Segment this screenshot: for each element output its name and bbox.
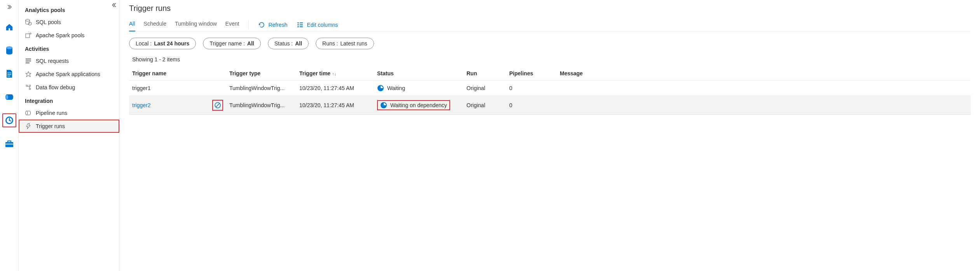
stop-icon[interactable]	[212, 100, 223, 111]
status-text: Waiting on dependency	[390, 102, 447, 108]
sidebar-item-sql-requests[interactable]: SQL requests	[19, 54, 119, 68]
svg-rect-3	[7, 74, 11, 75]
filter-trigger-name[interactable]: Trigger name : All	[203, 38, 260, 49]
cell-run: Original	[463, 81, 506, 96]
spark-apps-icon	[25, 71, 32, 78]
sql-requests-icon	[25, 57, 32, 64]
expand-rail-button[interactable]	[5, 3, 13, 11]
tab-tumbling-window[interactable]: Tumbling window	[175, 18, 217, 31]
col-trigger-time[interactable]: Trigger time↑↓	[296, 66, 374, 81]
refresh-button[interactable]: Refresh	[258, 21, 287, 28]
svg-rect-24	[297, 26, 299, 27]
filter-value: All	[295, 40, 302, 47]
sidebar-item-dataflow-debug[interactable]: Data flow debug	[19, 81, 119, 94]
sidebar-group-analytics: Analytics pools	[19, 3, 119, 16]
svg-point-13	[28, 22, 31, 25]
svg-rect-10	[5, 142, 13, 147]
sidebar-item-label: Pipeline runs	[36, 110, 67, 116]
col-message[interactable]: Message	[557, 66, 971, 81]
trigger-name-link[interactable]: trigger2	[132, 102, 150, 108]
page-title: Trigger runs	[129, 4, 971, 13]
sidebar-group-integration: Integration	[19, 94, 119, 106]
refresh-icon	[258, 21, 265, 28]
sort-icon: ↑↓	[332, 71, 336, 76]
filters-row: Local : Last 24 hours Trigger name : All…	[129, 38, 971, 49]
cell-trigger-time: 10/23/20, 11:27:45 AM	[296, 81, 374, 96]
svg-rect-14	[26, 34, 30, 38]
col-trigger-name[interactable]: Trigger name	[129, 66, 226, 81]
svg-rect-4	[7, 76, 10, 76]
sidebar-item-trigger-runs[interactable]: Trigger runs	[19, 120, 119, 133]
sidebar-item-label: Apache Spark applications	[36, 71, 100, 77]
svg-rect-22	[297, 23, 299, 23]
database-icon[interactable]	[2, 43, 16, 57]
tab-event[interactable]: Event	[225, 18, 239, 31]
edit-columns-icon	[297, 21, 304, 28]
svg-rect-2	[7, 73, 11, 73]
cell-pipelines: 0	[506, 96, 557, 115]
sidebar-item-label: Trigger runs	[36, 123, 65, 129]
svg-rect-26	[300, 24, 303, 25]
spark-pools-icon	[25, 32, 32, 39]
home-icon[interactable]	[2, 20, 16, 34]
sidebar-item-sql-pools[interactable]: SQL pools	[19, 16, 119, 29]
svg-rect-11	[5, 144, 13, 144]
svg-point-12	[26, 19, 30, 21]
sidebar-item-pipeline-runs[interactable]: Pipeline runs	[19, 106, 119, 120]
svg-rect-15	[26, 59, 31, 59]
col-trigger-type[interactable]: Trigger type	[226, 66, 296, 81]
col-run[interactable]: Run	[463, 66, 506, 81]
sidebar-group-activities: Activities	[19, 42, 119, 54]
collapse-sidebar-button[interactable]	[112, 2, 117, 8]
dataflow-debug-icon	[25, 84, 32, 91]
filter-time-range[interactable]: Local : Last 24 hours	[129, 38, 196, 49]
svg-point-19	[29, 88, 31, 90]
tabs-row: All Schedule Tumbling window Event Refre…	[129, 18, 971, 31]
cell-trigger-type: TumblingWindowTrig...	[226, 81, 296, 96]
cell-status: Waiting on dependency	[374, 96, 463, 115]
svg-point-6	[6, 95, 8, 99]
tab-schedule[interactable]: Schedule	[144, 18, 166, 31]
svg-rect-23	[297, 24, 299, 25]
svg-point-18	[26, 85, 28, 87]
filter-prefix: Runs :	[322, 40, 338, 47]
svg-point-20	[29, 85, 31, 87]
monitor-icon[interactable]	[2, 113, 16, 127]
filter-value: Latest runs	[341, 40, 367, 47]
cell-message	[557, 96, 971, 115]
col-status[interactable]: Status	[374, 66, 463, 81]
cell-trigger-type: TumblingWindowTrig...	[226, 96, 296, 115]
toolbox-icon[interactable]	[2, 137, 16, 151]
icon-rail	[0, 0, 19, 271]
status-text: Waiting	[387, 85, 405, 91]
sidebar-item-spark-pools[interactable]: Apache Spark pools	[19, 29, 119, 42]
waiting-icon	[380, 102, 387, 109]
cell-trigger-time: 10/23/20, 11:27:45 AM	[296, 96, 374, 115]
svg-line-30	[216, 104, 220, 107]
document-icon[interactable]	[2, 67, 16, 81]
svg-point-9	[9, 120, 10, 121]
sidebar-item-label: Apache Spark pools	[36, 32, 84, 38]
filter-prefix: Status :	[274, 40, 293, 47]
sidebar-item-label: SQL requests	[36, 58, 69, 64]
refresh-label: Refresh	[268, 22, 287, 28]
tab-all[interactable]: All	[129, 18, 135, 31]
svg-rect-16	[26, 61, 31, 61]
filter-status[interactable]: Status : All	[268, 38, 309, 49]
filter-runs[interactable]: Runs : Latest runs	[316, 38, 374, 49]
col-pipelines[interactable]: Pipelines	[506, 66, 557, 81]
cell-pipelines: 0	[506, 81, 557, 96]
sidebar-item-spark-apps[interactable]: Apache Spark applications	[19, 68, 119, 81]
sidebar-item-label: Data flow debug	[36, 84, 75, 90]
pipeline-runs-icon	[25, 109, 32, 116]
sidebar: Analytics pools SQL pools Apache Spark p…	[19, 0, 120, 271]
table-row[interactable]: trigger1TumblingWindowTrig...10/23/20, 1…	[129, 81, 971, 96]
filter-prefix: Local :	[136, 40, 152, 47]
pipeline-icon[interactable]	[2, 90, 16, 104]
svg-rect-27	[300, 26, 303, 27]
table-row[interactable]: trigger2TumblingWindowTrig...10/23/20, 1…	[129, 96, 971, 115]
cell-status: Waiting	[374, 81, 463, 96]
edit-columns-button[interactable]: Edit columns	[297, 21, 338, 28]
filter-value: Last 24 hours	[154, 40, 189, 47]
cell-message	[557, 81, 971, 96]
